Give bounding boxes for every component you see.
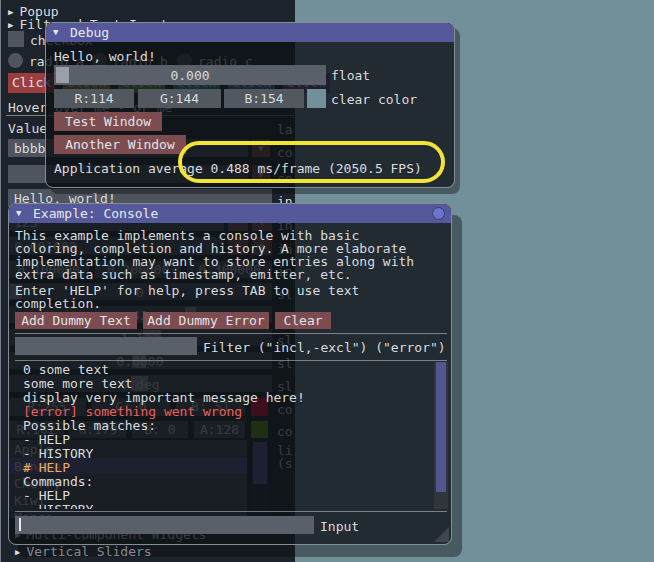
log-line: Possible matches: (23, 418, 156, 433)
console-log[interactable]: 0 some text some more text display very … (15, 362, 431, 509)
console-scrollbar-thumb[interactable] (436, 362, 446, 492)
log-line: [error] something went wrong (23, 404, 242, 419)
clear-color-label: clear color (331, 92, 417, 107)
chevron-right-icon: ▶ (8, 7, 13, 17)
clear-color-r-field[interactable]: R:114 (54, 89, 134, 108)
collapse-arrow-icon[interactable]: ▼ (16, 204, 21, 223)
test-window-button[interactable]: Test Window (54, 112, 162, 131)
log-line: display very important message here! (23, 390, 305, 405)
clear-color-g-field[interactable]: G:144 (138, 89, 221, 108)
console-desc-line: extra data such as timestamp, emitter, e… (15, 267, 352, 282)
console-scrollbar[interactable] (434, 362, 448, 509)
console-window: ▼ Example: Console This example implemen… (8, 203, 452, 545)
debug-title: Debug (70, 23, 109, 42)
console-title: Example: Console (33, 204, 158, 223)
log-line: - HISTORY (23, 446, 93, 461)
value-text: Value (8, 121, 47, 136)
console-titlebar[interactable]: ▼ Example: Console (9, 204, 451, 223)
log-line: - HELP (23, 432, 70, 447)
log-line: # HELP (23, 460, 70, 475)
log-line: Commands: (23, 474, 93, 489)
chevron-right-icon: ▶ (8, 20, 13, 30)
add-dummy-text-button[interactable]: Add Dummy Text (15, 312, 137, 329)
screen: ▶Popup ▶Filtered Text Input checkbox rad… (0, 0, 654, 562)
resize-grip-icon[interactable] (434, 527, 449, 542)
filter-input[interactable] (15, 337, 197, 355)
hello-world-text: Hello, world! (54, 49, 156, 64)
separator (15, 360, 447, 361)
another-window-button[interactable]: Another Window (54, 135, 186, 154)
filter-label: Filter ("incl,-excl") ("error") (203, 340, 446, 355)
radio-a[interactable] (8, 53, 23, 68)
debug-titlebar[interactable]: ▼ Debug (46, 23, 454, 42)
clear-button[interactable]: Clear (275, 312, 331, 329)
combo-box-1-value: bbbb (14, 141, 45, 156)
log-line: - HISTORY (23, 502, 93, 509)
log-line: 0 some text (23, 362, 109, 377)
clear-color-swatch[interactable] (307, 89, 326, 108)
add-dummy-error-button[interactable]: Add Dummy Error (143, 312, 269, 329)
collapse-arrow-icon[interactable]: ▼ (53, 23, 58, 42)
float-label: float (331, 68, 370, 83)
chevron-right-icon: ▶ (15, 547, 20, 557)
highlight-ellipse (178, 141, 445, 183)
console-desc-line: completion. (15, 296, 101, 311)
separator (15, 511, 447, 512)
console-input[interactable] (15, 516, 314, 534)
clear-color-b-field[interactable]: B:154 (224, 89, 304, 108)
checkbox[interactable] (8, 31, 24, 47)
separator (15, 333, 447, 334)
close-icon[interactable] (432, 207, 445, 220)
log-line: some more text (23, 376, 133, 391)
console-input-label: Input (320, 519, 359, 534)
tree-node-vertical-sliders[interactable]: ▶Vertical Sliders (15, 544, 152, 559)
float-slider-value: 0.000 (54, 68, 326, 83)
log-line: - HELP (23, 488, 70, 503)
text-caret (19, 518, 21, 531)
